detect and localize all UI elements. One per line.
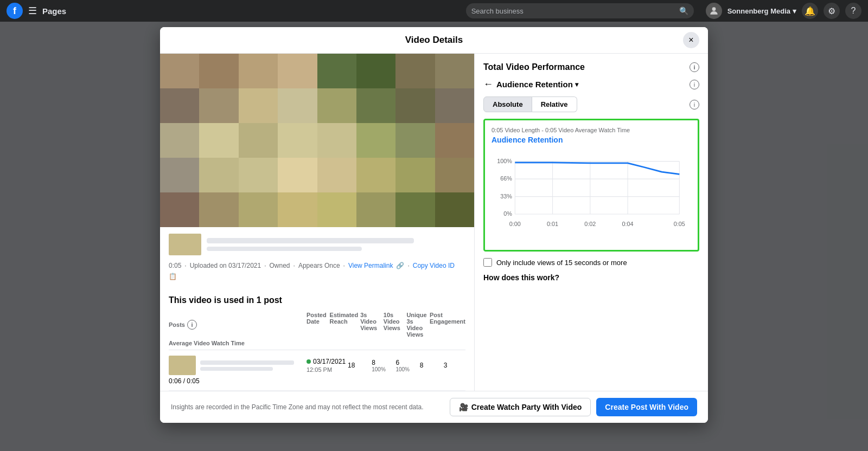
- pixel-cell: [395, 123, 435, 158]
- pixel-cell: [395, 54, 435, 88]
- back-arrow[interactable]: ←: [483, 79, 493, 90]
- row-avg-watch-time: 0:06 / 0:05: [169, 377, 304, 385]
- pixel-cell: [395, 192, 435, 227]
- pixel-cell: [435, 54, 474, 88]
- row-10s-views: 6 100%: [395, 359, 417, 372]
- tab-relative[interactable]: Relative: [532, 96, 577, 112]
- view-tabs: Absolute Relative: [483, 96, 577, 112]
- row-bar-2: [200, 367, 273, 371]
- nav-right-section: Sonnenberg Media ▾ 🔔 ⚙ ?: [706, 3, 861, 19]
- chart-label: Audience Retention: [492, 136, 691, 144]
- green-dot: [307, 359, 311, 364]
- company-name: Sonnenberg Media ▾: [727, 7, 796, 15]
- tab-absolute[interactable]: Absolute: [483, 96, 532, 112]
- pixel-cell: [356, 54, 395, 88]
- table-row: 03/17/2021 12:05 PM 18 8 100% 6 100%: [169, 350, 465, 391]
- pixel-cell: [435, 88, 474, 123]
- posts-info-icon[interactable]: i: [187, 320, 197, 330]
- ar-dropdown-icon[interactable]: ▾: [575, 81, 578, 88]
- row-est-reach: 18: [348, 362, 369, 369]
- video-meta-thumbnail: [169, 234, 201, 255]
- svg-text:100%: 100%: [497, 158, 512, 164]
- pixel-cell: [160, 54, 199, 88]
- col-posted-date: Posted Date: [307, 312, 328, 338]
- pixel-cell: [239, 158, 278, 192]
- table-title: This video is used in 1 post: [169, 287, 465, 312]
- chart-container: 0:05 Video Length - 0:05 Video Average W…: [483, 119, 699, 252]
- ar-title-row: ← Audience Retention ▾: [483, 79, 578, 90]
- right-panel: Total Video Performance i ← Audience Ret…: [475, 54, 708, 391]
- col-unique-3s: Unique 3s Video Views: [406, 312, 427, 338]
- row-placeholder: [200, 360, 304, 371]
- pixel-cell: [278, 88, 317, 123]
- pixel-cell: [160, 88, 199, 123]
- create-post-button[interactable]: Create Post With Video: [596, 398, 697, 416]
- tabs-row: Absolute Relative i: [483, 96, 699, 112]
- svg-point-0: [712, 7, 716, 11]
- pixel-cell: [160, 123, 199, 158]
- settings-icon[interactable]: ⚙: [824, 3, 840, 19]
- search-input[interactable]: [471, 7, 676, 15]
- pixel-cell: [199, 123, 238, 158]
- section-info-icon[interactable]: i: [690, 62, 699, 72]
- pixel-cell: [278, 54, 317, 88]
- col-est-reach: Estimated Reach: [330, 312, 359, 338]
- search-icon: 🔍: [679, 7, 688, 15]
- pixel-cell: [278, 158, 317, 192]
- svg-text:0%: 0%: [503, 210, 512, 217]
- close-button[interactable]: ×: [683, 32, 699, 48]
- fb-logo: f: [7, 3, 23, 19]
- pixel-cell: [317, 88, 356, 123]
- row-post-engagement: 3: [444, 362, 465, 369]
- chart-meta: 0:05 Video Length - 0:05 Video Average W…: [492, 127, 691, 133]
- pixel-cell: [435, 123, 474, 158]
- svg-text:0:01: 0:01: [547, 221, 558, 227]
- pixel-cell: [199, 88, 238, 123]
- col-posts: Posts i: [169, 312, 304, 338]
- modal-body: 0:05 · Uploaded on 03/17/2021 · Owned · …: [160, 54, 708, 391]
- ar-info-icon[interactable]: i: [690, 80, 699, 89]
- posts-table-section: This video is used in 1 post Posts i Pos…: [160, 287, 474, 391]
- views-checkbox[interactable]: [483, 258, 492, 267]
- pixel-cell: [199, 192, 238, 227]
- pixel-cell: [356, 88, 395, 123]
- ar-title: Audience Retention ▾: [496, 80, 578, 89]
- pixel-cell: [239, 123, 278, 158]
- tabs-info-icon[interactable]: i: [690, 100, 699, 109]
- pixel-cell: [239, 192, 278, 227]
- row-thumbnail-area: [169, 356, 304, 375]
- video-meta-bar-2: [207, 247, 362, 251]
- pixel-cell: [317, 123, 356, 158]
- video-meta-info: [207, 238, 465, 251]
- audience-retention-header: ← Audience Retention ▾ i: [483, 79, 699, 90]
- view-permalink-link[interactable]: View Permalink: [348, 262, 393, 269]
- pixel-cell: [395, 88, 435, 123]
- col-avg-watch-time: Average Video Watch Time: [169, 340, 304, 346]
- video-details-text: 0:05 · Uploaded on 03/17/2021 · Owned · …: [160, 262, 474, 287]
- notifications-icon[interactable]: 🔔: [802, 3, 818, 19]
- svg-text:33%: 33%: [500, 193, 512, 199]
- row-posted-date: 03/17/2021 12:05 PM: [307, 358, 346, 373]
- pixel-cell: [160, 192, 199, 227]
- avatar: [706, 3, 722, 19]
- col-3s-views: 3s Video Views: [360, 312, 381, 338]
- menu-icon[interactable]: ☰: [28, 5, 37, 17]
- pixel-cell: [435, 158, 474, 192]
- help-icon[interactable]: ?: [845, 3, 861, 19]
- row-thumbnail: [169, 356, 196, 375]
- modal-overlay: Video Details ×: [0, 22, 868, 451]
- pixel-cell: [239, 88, 278, 123]
- copy-video-id-link[interactable]: Copy Video ID: [413, 262, 455, 269]
- create-watch-party-button[interactable]: 🎥 Create Watch Party With Video: [450, 398, 591, 416]
- video-details-modal: Video Details ×: [160, 27, 708, 423]
- video-meta-bar-1: [207, 238, 414, 243]
- svg-text:0:05: 0:05: [674, 221, 685, 227]
- modal-title: Video Details: [405, 35, 463, 46]
- modal-footer: Insights are recorded in the Pacific Tim…: [160, 391, 708, 423]
- how-does-this-work-link[interactable]: How does this work?: [483, 273, 699, 282]
- pixel-cell: [317, 158, 356, 192]
- svg-text:0:00: 0:00: [509, 221, 521, 227]
- pixel-cell: [199, 158, 238, 192]
- checkbox-label: Only include views of 15 seconds or more: [496, 259, 627, 267]
- top-navigation: f ☰ Pages 🔍 Sonnenberg Media ▾ 🔔 ⚙ ?: [0, 0, 868, 22]
